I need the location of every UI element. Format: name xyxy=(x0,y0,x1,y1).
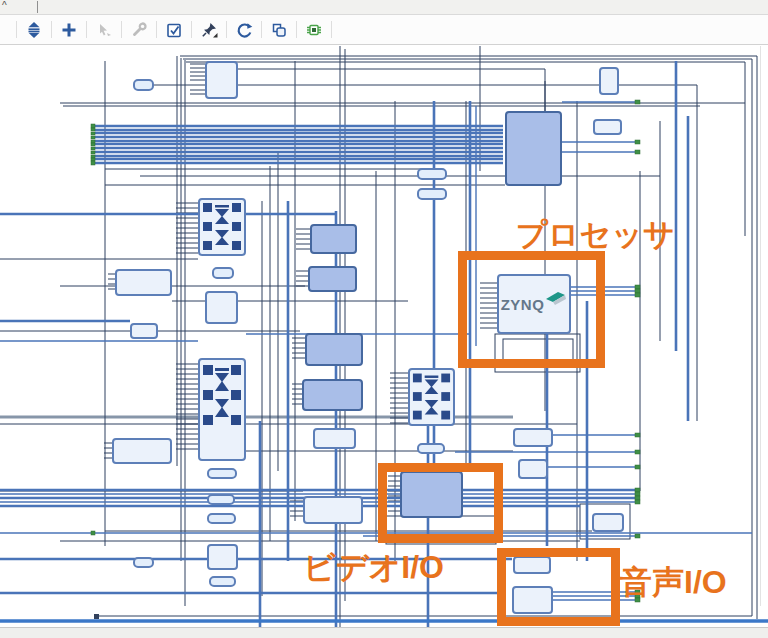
wrench-icon xyxy=(130,21,148,39)
io-port-block[interactable] xyxy=(133,79,154,91)
panel-header-strip: ^ xyxy=(0,0,768,15)
audio-io-highlight-box xyxy=(497,548,620,626)
diagram-toolbar xyxy=(0,15,768,45)
video-io-annotation-label: ビデオI/O xyxy=(303,546,444,590)
io-port-block[interactable] xyxy=(207,468,237,479)
select-pointer-button[interactable] xyxy=(91,18,117,42)
collapse-panel-icon[interactable]: ^ xyxy=(2,0,7,13)
checkbox-check-icon xyxy=(165,21,183,39)
toolbar-separator xyxy=(121,21,122,38)
cursor-icon xyxy=(95,21,113,39)
ip-block[interactable] xyxy=(115,269,172,296)
fit-view-button[interactable] xyxy=(21,18,47,42)
ip-block[interactable] xyxy=(313,428,356,449)
processor-annotation-label: プロセッサ xyxy=(516,214,675,256)
plus-icon xyxy=(60,21,78,39)
toolbar-separator xyxy=(296,21,297,38)
toolbar-separator xyxy=(331,21,332,38)
panel-divider xyxy=(37,1,38,13)
block-diagram-canvas[interactable]: ZYNQ プロセッサ ビデオI/O 音声I/O xyxy=(0,46,768,627)
axi-crossbar-icon xyxy=(410,370,453,424)
video-io-highlight-box xyxy=(378,463,503,543)
io-port-block[interactable] xyxy=(417,188,447,200)
toolbar-separator xyxy=(51,21,52,38)
io-port-block[interactable] xyxy=(209,576,236,587)
ip-block[interactable] xyxy=(207,544,238,570)
ip-block[interactable] xyxy=(513,428,553,447)
axi-crossbar-icon xyxy=(200,360,244,430)
io-port-block[interactable] xyxy=(212,267,234,279)
toolbar-separator xyxy=(261,21,262,38)
toolbar-separator xyxy=(86,21,87,38)
toolbar-separator xyxy=(156,21,157,38)
circular-arrow-icon xyxy=(235,21,253,39)
ip-block[interactable] xyxy=(593,119,622,135)
io-port-block[interactable] xyxy=(207,513,236,524)
horizontal-scrollbar-track[interactable] xyxy=(0,627,768,638)
ip-block[interactable] xyxy=(505,111,562,186)
validate-design-button[interactable] xyxy=(161,18,187,42)
ip-block[interactable] xyxy=(205,291,238,324)
green-chip-icon xyxy=(305,21,323,39)
processor-highlight-box xyxy=(458,251,605,368)
toolbar-separator xyxy=(226,21,227,38)
refresh-button[interactable] xyxy=(231,18,257,42)
ip-block[interactable] xyxy=(592,513,624,532)
pin-button[interactable] xyxy=(196,18,222,42)
ip-block[interactable] xyxy=(112,438,172,464)
ip-block[interactable] xyxy=(303,496,363,524)
pushpin-icon xyxy=(200,21,218,39)
toolbar-separator xyxy=(16,21,17,38)
ip-block[interactable] xyxy=(310,224,357,254)
zoom-in-button[interactable] xyxy=(56,18,82,42)
ip-block[interactable] xyxy=(205,61,238,99)
axi-interconnect-block[interactable] xyxy=(198,198,246,256)
regenerate-layout-button[interactable] xyxy=(266,18,292,42)
axi-interconnect-block[interactable] xyxy=(198,358,246,461)
toolbar-separator xyxy=(191,21,192,38)
audio-io-annotation-label: 音声I/O xyxy=(620,561,727,605)
ip-block[interactable] xyxy=(305,333,363,366)
io-port-block[interactable] xyxy=(417,168,447,180)
customize-button[interactable] xyxy=(126,18,152,42)
overlapping-shapes-icon xyxy=(270,21,288,39)
io-port-block[interactable] xyxy=(133,557,154,568)
ip-block[interactable] xyxy=(308,266,357,292)
io-port-block[interactable] xyxy=(417,443,445,454)
add-ip-button[interactable] xyxy=(301,18,327,42)
io-port-block[interactable] xyxy=(207,494,235,505)
ip-block[interactable] xyxy=(599,67,619,95)
axi-crossbar-icon xyxy=(200,200,244,254)
ip-block[interactable] xyxy=(302,379,363,411)
ip-block[interactable] xyxy=(518,459,548,479)
diamond-expand-icon xyxy=(25,21,43,39)
block-design-window: ^ xyxy=(0,0,768,638)
axi-interconnect-block[interactable] xyxy=(408,368,455,426)
ip-block[interactable] xyxy=(130,323,158,339)
canvas-right-edge xyxy=(760,46,761,606)
